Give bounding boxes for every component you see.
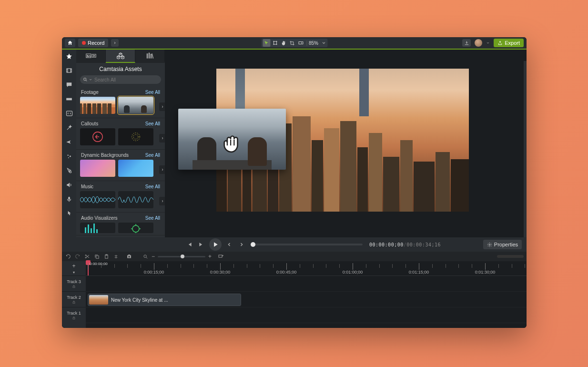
callout-thumb[interactable] bbox=[80, 128, 115, 145]
zoom-in-button[interactable] bbox=[142, 253, 149, 260]
panel-tab-media[interactable] bbox=[76, 50, 106, 62]
footage-thumb[interactable] bbox=[80, 97, 115, 114]
properties-button[interactable]: Properties bbox=[483, 240, 522, 249]
detach-button[interactable] bbox=[217, 253, 224, 260]
ruler-label: 0:01:30;00 bbox=[475, 270, 496, 275]
track-row[interactable] bbox=[86, 307, 527, 323]
timeline-h-scroll[interactable] bbox=[497, 255, 524, 258]
lock-icon[interactable] bbox=[72, 300, 76, 304]
redo-button[interactable] bbox=[74, 253, 81, 260]
bg-thumb[interactable] bbox=[80, 160, 115, 177]
rail-animations[interactable] bbox=[64, 137, 74, 147]
rail-voice[interactable] bbox=[64, 194, 74, 204]
svg-rect-40 bbox=[73, 317, 75, 319]
split-icon bbox=[113, 254, 119, 259]
crop-tool[interactable] bbox=[288, 39, 296, 47]
search-input-wrap[interactable] bbox=[80, 75, 161, 84]
rail-audio[interactable] bbox=[64, 180, 74, 190]
scrub-knob[interactable] bbox=[251, 242, 255, 247]
footage-thumb-selected[interactable] bbox=[118, 97, 153, 114]
lock-icon[interactable] bbox=[72, 285, 76, 288]
bars-icon bbox=[80, 223, 115, 233]
copy-button[interactable] bbox=[93, 253, 100, 260]
timeline-ruler[interactable]: 0:00:00;00 0:00:15;000:00:30;000:00:45;0… bbox=[86, 261, 527, 276]
download-button[interactable] bbox=[462, 39, 471, 47]
chevron-down-icon[interactable] bbox=[486, 41, 490, 45]
rail-captions[interactable] bbox=[64, 109, 74, 118]
resize-tool[interactable] bbox=[297, 39, 304, 47]
paste-button[interactable] bbox=[103, 253, 110, 260]
track-controls: + ▾ bbox=[62, 261, 86, 275]
rail-favorites[interactable] bbox=[64, 51, 74, 61]
pan-tool[interactable] bbox=[280, 39, 287, 47]
zoom-knob[interactable] bbox=[181, 255, 184, 258]
timeline-clip[interactable]: New York City Skyline at ... bbox=[88, 294, 241, 306]
add-track-button[interactable]: + bbox=[72, 263, 75, 269]
visualizer-thumb[interactable] bbox=[118, 223, 153, 233]
svg-rect-25 bbox=[91, 228, 92, 233]
track-header[interactable]: Track 3 bbox=[62, 275, 86, 291]
home-button[interactable] bbox=[65, 39, 75, 47]
timeline-zoom-slider[interactable] bbox=[158, 256, 205, 257]
track-header[interactable]: Track 1 bbox=[62, 307, 86, 323]
music-thumb[interactable] bbox=[80, 191, 115, 208]
undo-button[interactable] bbox=[65, 253, 71, 260]
callout-thumb[interactable] bbox=[118, 128, 153, 145]
rail-interactivity[interactable] bbox=[64, 209, 74, 218]
scissors-icon bbox=[84, 254, 90, 259]
undo-icon bbox=[65, 254, 71, 259]
see-all-link[interactable]: See All bbox=[145, 153, 160, 158]
scrub-slider[interactable] bbox=[253, 244, 363, 245]
snapshot-button[interactable] bbox=[126, 253, 132, 260]
next-marker-button[interactable] bbox=[237, 240, 246, 249]
track-row[interactable]: New York City Skyline at ... bbox=[86, 292, 527, 307]
record-button[interactable]: Record bbox=[78, 39, 108, 47]
zoom-value[interactable]: 85% bbox=[306, 41, 320, 46]
next-frame-button[interactable] bbox=[197, 240, 206, 249]
see-all-link[interactable]: See All bbox=[145, 215, 160, 221]
panel-tab-library[interactable] bbox=[135, 50, 165, 62]
play-button[interactable] bbox=[209, 238, 222, 251]
split-button[interactable] bbox=[112, 253, 119, 260]
track-header[interactable]: Track 2 bbox=[62, 291, 86, 307]
rail-transitions[interactable] bbox=[64, 94, 74, 104]
prev-marker-button[interactable] bbox=[224, 240, 234, 249]
export-button[interactable]: Export bbox=[494, 39, 524, 47]
chevron-down-icon[interactable] bbox=[321, 41, 326, 45]
speaker-icon bbox=[66, 182, 72, 188]
rail-cursor[interactable] bbox=[64, 166, 74, 175]
ruler-tick bbox=[419, 263, 419, 270]
canvas-area[interactable] bbox=[165, 50, 527, 237]
rail-behaviors[interactable] bbox=[64, 123, 74, 133]
track-row[interactable] bbox=[86, 276, 527, 292]
panel-tab-assets[interactable] bbox=[106, 50, 135, 63]
lock-icon[interactable] bbox=[72, 316, 76, 320]
timecode: 00:00:00;00/00:00:34;16 bbox=[369, 242, 441, 247]
category-title: Music bbox=[81, 184, 93, 189]
bg-thumb[interactable] bbox=[118, 160, 153, 177]
dragging-clip-overlay[interactable] bbox=[178, 109, 286, 170]
music-thumb[interactable] bbox=[118, 191, 153, 208]
record-dropdown[interactable] bbox=[111, 39, 119, 47]
svg-rect-27 bbox=[96, 229, 98, 233]
rail-effects[interactable] bbox=[64, 152, 74, 161]
timeline-body[interactable]: 0:00:00;00 0:00:15;000:00:30;000:00:45;0… bbox=[86, 261, 527, 328]
visualizer-thumb[interactable] bbox=[80, 223, 115, 233]
select-tool[interactable] bbox=[263, 39, 270, 47]
search-input[interactable] bbox=[93, 77, 158, 83]
scrollbar[interactable] bbox=[524, 61, 527, 252]
see-all-link[interactable]: See All bbox=[145, 90, 160, 95]
svg-point-35 bbox=[129, 256, 130, 257]
move-tool[interactable] bbox=[271, 39, 279, 47]
prev-frame-button[interactable] bbox=[184, 240, 194, 249]
user-avatar[interactable] bbox=[475, 39, 482, 47]
sparkle-icon bbox=[66, 153, 72, 160]
cut-button[interactable] bbox=[84, 253, 91, 260]
see-all-link[interactable]: See All bbox=[145, 184, 160, 189]
see-all-link[interactable]: See All bbox=[145, 121, 160, 126]
chevron-right-icon bbox=[161, 168, 164, 172]
detach-icon bbox=[218, 254, 223, 259]
rail-media[interactable] bbox=[64, 66, 74, 75]
track-menu-button[interactable]: ▾ bbox=[73, 270, 75, 275]
rail-annotations[interactable] bbox=[64, 80, 74, 90]
